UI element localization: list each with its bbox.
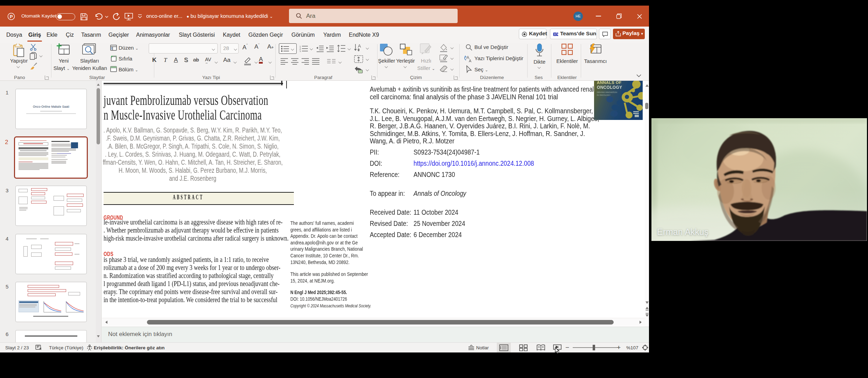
svg-text:DRIVING INNOVATION: DRIVING INNOVATION — [597, 91, 617, 93]
svg-text:1: 1 — [299, 45, 301, 48]
svg-text:IN ONCOLOGY: IN ONCOLOGY — [597, 94, 611, 96]
svg-text:P: P — [10, 14, 13, 19]
svg-text:3: 3 — [299, 50, 301, 52]
svg-text:A: A — [358, 43, 361, 49]
svg-text:2: 2 — [299, 48, 301, 50]
svg-text:T: T — [554, 33, 556, 36]
svg-text:A: A — [469, 59, 472, 63]
svg-text:ANNALS OF: ANNALS OF — [597, 81, 622, 85]
svg-text:ONCOLOGY: ONCOLOGY — [597, 85, 622, 90]
